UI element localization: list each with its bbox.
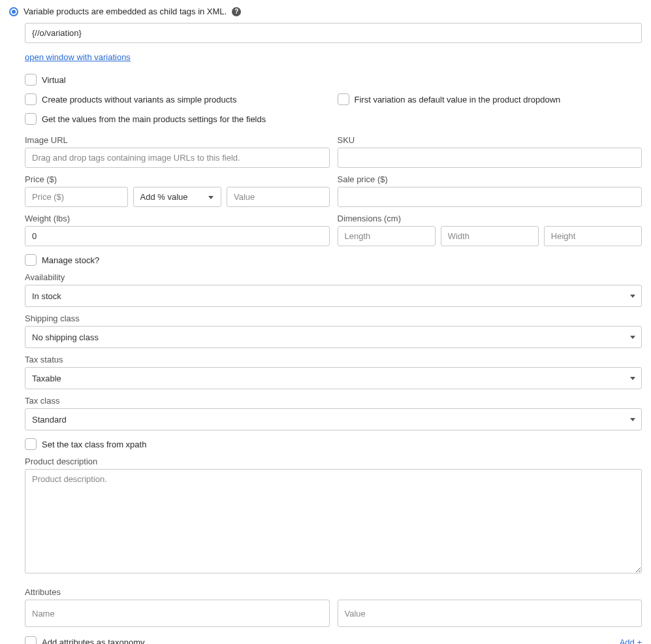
product-description-label: Product description xyxy=(25,457,642,466)
weight-input[interactable] xyxy=(25,226,330,246)
variation-xpath-input[interactable] xyxy=(25,23,642,43)
manage-stock-label: Manage stock? xyxy=(42,255,99,265)
create-simple-label: Create products without variants as simp… xyxy=(42,95,236,105)
radio-selected-icon[interactable] xyxy=(9,7,18,16)
first-variation-default-label: First variation as default value in the … xyxy=(355,95,561,105)
attr-as-taxonomy-checkbox[interactable] xyxy=(25,636,37,644)
price-mode-select[interactable]: Add % value xyxy=(133,187,222,207)
tax-status-select[interactable]: Taxable xyxy=(25,367,642,389)
shipping-class-label: Shipping class xyxy=(25,314,642,323)
image-url-label: Image URL xyxy=(25,135,330,145)
sale-price-input[interactable] xyxy=(338,187,643,207)
height-input[interactable] xyxy=(544,226,642,246)
availability-select[interactable]: In stock xyxy=(25,285,642,307)
availability-label: Availability xyxy=(25,272,642,282)
create-simple-checkbox[interactable] xyxy=(25,93,37,105)
weight-label: Weight (lbs) xyxy=(25,214,330,223)
virtual-checkbox[interactable] xyxy=(25,74,37,86)
tax-from-xpath-checkbox-row: Set the tax class from xpath xyxy=(25,438,642,450)
sku-input[interactable] xyxy=(338,148,643,168)
first-variation-default-checkbox[interactable] xyxy=(338,93,349,105)
manage-stock-checkbox-row: Manage stock? xyxy=(25,254,642,266)
xml-embed-label: Variable products are embedded as child … xyxy=(24,7,227,16)
tax-class-select[interactable]: Standard xyxy=(25,408,642,430)
xml-embed-radio-row: Variable products are embedded as child … xyxy=(9,7,642,16)
attr-as-taxonomy-label: Add attributes as taxonomy xyxy=(42,637,145,645)
price-input[interactable] xyxy=(25,187,128,207)
manage-stock-checkbox[interactable] xyxy=(25,254,37,266)
virtual-label: Virtual xyxy=(42,75,66,85)
get-from-main-checkbox[interactable] xyxy=(25,113,37,125)
attr-as-taxonomy-checkbox-row: Add attributes as taxonomy xyxy=(25,636,145,644)
first-variation-default-checkbox-row: First variation as default value in the … xyxy=(338,93,643,105)
attribute-name-input[interactable] xyxy=(25,600,330,627)
width-input[interactable] xyxy=(441,226,539,246)
attribute-value-input[interactable] xyxy=(338,600,643,627)
tax-class-label: Tax class xyxy=(25,396,642,406)
sku-label: SKU xyxy=(338,135,643,145)
tax-from-xpath-label: Set the tax class from xpath xyxy=(42,440,146,449)
tax-from-xpath-checkbox[interactable] xyxy=(25,438,37,450)
add-attribute-link[interactable]: Add + xyxy=(620,637,642,645)
open-variations-link[interactable]: open window with variations xyxy=(25,52,131,62)
image-url-input[interactable] xyxy=(25,148,330,168)
shipping-class-select[interactable]: No shipping class xyxy=(25,326,642,348)
price-label: Price ($) xyxy=(25,174,330,184)
length-input[interactable] xyxy=(338,226,436,246)
help-icon[interactable]: ? xyxy=(232,7,241,16)
tax-status-label: Tax status xyxy=(25,355,642,364)
get-from-main-checkbox-row: Get the values from the main products se… xyxy=(25,113,642,125)
get-from-main-label: Get the values from the main products se… xyxy=(42,114,266,124)
create-simple-checkbox-row: Create products without variants as simp… xyxy=(25,93,330,105)
dimensions-label: Dimensions (cm) xyxy=(338,214,643,223)
product-description-textarea[interactable] xyxy=(25,469,642,573)
virtual-checkbox-row: Virtual xyxy=(25,74,642,86)
sale-price-label: Sale price ($) xyxy=(338,174,643,184)
price-value-input[interactable] xyxy=(227,187,330,207)
attributes-label: Attributes xyxy=(25,587,642,597)
